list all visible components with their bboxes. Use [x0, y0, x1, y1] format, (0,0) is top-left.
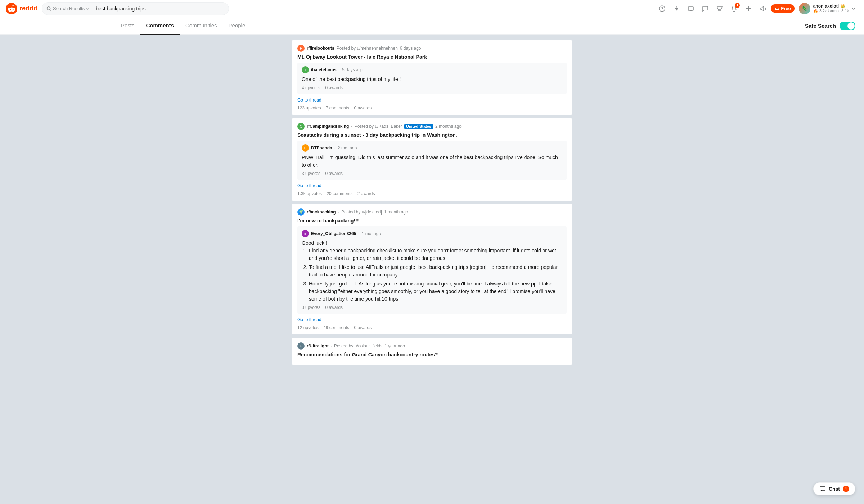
- add-button[interactable]: [742, 2, 755, 15]
- lightning-button[interactable]: [670, 2, 683, 15]
- post-meta-2: C r/CampingandHiking · Posted by u/Kads_…: [297, 123, 567, 130]
- question-button[interactable]: ?: [656, 2, 669, 15]
- logo[interactable]: reddit: [6, 3, 37, 14]
- comment-time-3: 1 mo. ago: [362, 231, 381, 236]
- comment-author-1[interactable]: ihatetetanus: [311, 67, 337, 72]
- time-ago-1: 6 days ago: [400, 46, 421, 51]
- comment-text-2: PNW Trail, I'm guessing. Did this last s…: [302, 154, 562, 169]
- subreddit-icon-4: U: [297, 342, 305, 350]
- plus-icon: [745, 5, 752, 12]
- subreddit-name-1[interactable]: r/firelookouts: [307, 46, 334, 51]
- crown-icon: [774, 6, 779, 11]
- comment-meta-2: D DTFpanda · 2 mo. ago: [302, 144, 562, 152]
- inbox-icon: [716, 5, 723, 12]
- comment-meta-1: I ihatetetanus · 5 days ago: [302, 66, 562, 73]
- subreddit-name-3[interactable]: r/backpacking: [307, 210, 336, 215]
- post-meta-4: U r/Ultralight · Posted by u/colour_fiel…: [297, 342, 567, 350]
- comment-author-3[interactable]: Every_Obligation8265: [311, 231, 356, 236]
- subreddit-icon-1: F: [297, 45, 305, 52]
- header: reddit Search Results ?: [0, 0, 864, 17]
- megaphone-icon: [760, 5, 766, 12]
- tv-button[interactable]: [684, 2, 697, 15]
- header-icons: ?: [656, 1, 858, 16]
- post-stats-3: 12 upvotes 49 comments 0 awards: [297, 325, 567, 330]
- subreddit-icon-3: 🌍: [297, 208, 305, 216]
- tab-people[interactable]: People: [223, 17, 251, 35]
- notification-button[interactable]: 1: [728, 2, 741, 15]
- user-menu-chevron-icon: [852, 8, 855, 10]
- comment-time-2: 2 mo. ago: [338, 145, 357, 150]
- karma-fire-icon: 🔥: [813, 9, 818, 13]
- tab-posts[interactable]: Posts: [115, 17, 140, 35]
- svg-marker-4: [675, 6, 678, 11]
- subreddit-name-2[interactable]: r/CampingandHiking: [307, 124, 349, 129]
- post-stats-1: 123 upvotes 7 comments 0 awards: [297, 105, 567, 111]
- comment-text-3: Good luck!! Find any generic backpacking…: [302, 239, 562, 303]
- time-ago-2: 2 months ago: [435, 124, 462, 129]
- search-input[interactable]: [96, 6, 224, 12]
- tab-communities[interactable]: Communities: [180, 17, 223, 35]
- comment-box-2: D DTFpanda · 2 mo. ago PNW Trail, I'm gu…: [297, 141, 567, 180]
- post-title-1: Mt. Ojibway Lookout Tower - Isle Royale …: [297, 54, 567, 60]
- chat-label: Chat: [829, 486, 840, 492]
- user-crown-icon: 👑: [840, 4, 845, 9]
- comment-time-1: 5 days ago: [342, 67, 363, 72]
- comment-list-item-3-1: Find any generic backpacking checklist t…: [309, 247, 562, 262]
- search-bar[interactable]: Search Results: [42, 2, 229, 15]
- posted-by-2: Posted by u/Kads_Baker: [355, 124, 402, 129]
- comment-avatar-3: E: [302, 230, 309, 237]
- free-badge-label: Free: [781, 6, 791, 11]
- tab-bar: Posts Comments Communities People Safe S…: [0, 17, 864, 35]
- comment-list-item-3-2: To find a trip, I like to use AllTrails …: [309, 264, 562, 279]
- result-card-2: C r/CampingandHiking · Posted by u/Kads_…: [292, 118, 572, 201]
- posted-by-3: Posted by u/[deleted]: [341, 210, 382, 215]
- reddit-wordmark: reddit: [19, 5, 37, 12]
- question-icon: ?: [659, 5, 665, 12]
- subreddit-name-4[interactable]: r/Ultralight: [307, 343, 329, 348]
- post-title-2: Seastacks during a sunset - 3 day backpa…: [297, 132, 567, 138]
- comment-avatar-1: I: [302, 66, 309, 73]
- comment-stats-1: 4 upvotes 0 awards: [302, 85, 562, 90]
- chat-bubble-button[interactable]: [699, 2, 712, 15]
- posted-by-1: Posted by u/mehnehnehnehneh: [337, 46, 398, 51]
- chat-bubble-icon: [702, 5, 708, 12]
- comment-stats-3: 3 upvotes 0 awards: [302, 305, 562, 310]
- post-stats-2: 1.3k upvotes 20 comments 2 awards: [297, 191, 567, 196]
- flag-badge-2: United States: [404, 124, 433, 129]
- go-to-thread-2[interactable]: Go to thread: [297, 183, 321, 188]
- username: anon-axolotl 👑: [813, 4, 849, 9]
- safe-search-label: Safe Search: [805, 23, 836, 29]
- result-card-4: U r/Ultralight · Posted by u/colour_fiel…: [292, 338, 572, 365]
- tab-comments[interactable]: Comments: [140, 17, 180, 35]
- comment-box-3: E Every_Obligation8265 · 1 mo. ago Good …: [297, 226, 567, 314]
- comment-stats-2: 3 upvotes 0 awards: [302, 171, 562, 176]
- svg-rect-5: [688, 7, 693, 10]
- post-title-3: I'm new to backpacking!!!: [297, 218, 567, 224]
- search-icon: [46, 6, 51, 11]
- comment-text-1: One of the best backpacking trips of my …: [302, 76, 562, 83]
- tv-icon: [688, 5, 694, 12]
- notification-badge: 1: [735, 3, 740, 8]
- svg-text:?: ?: [661, 6, 663, 11]
- post-meta-3: 🌍 r/backpacking · Posted by u/[deleted] …: [297, 208, 567, 216]
- inbox-button[interactable]: [713, 2, 726, 15]
- result-card-3: 🌍 r/backpacking · Posted by u/[deleted] …: [292, 204, 572, 334]
- search-source-selector[interactable]: Search Results: [46, 6, 93, 11]
- comment-avatar-2: D: [302, 144, 309, 152]
- megaphone-button[interactable]: [756, 2, 769, 15]
- comment-list-3: Find any generic backpacking checklist t…: [302, 247, 562, 303]
- comment-box-1: I ihatetetanus · 5 days ago One of the b…: [297, 63, 567, 94]
- karma-display: 🔥 3.2k karma 8.1k: [813, 9, 849, 13]
- comment-author-2[interactable]: DTFpanda: [311, 145, 332, 150]
- search-results: F r/firelookouts Posted by u/mehnehnehne…: [292, 35, 572, 374]
- chat-button[interactable]: Chat 1: [813, 482, 855, 495]
- go-to-thread-1[interactable]: Go to thread: [297, 98, 321, 103]
- user-menu[interactable]: 🦎 anon-axolotl 👑 🔥 3.2k karma 8.1k: [796, 1, 858, 16]
- go-to-thread-3[interactable]: Go to thread: [297, 317, 321, 322]
- time-ago-4: 1 year ago: [384, 343, 405, 348]
- avatar: 🦎: [799, 3, 810, 14]
- free-badge-button[interactable]: Free: [771, 4, 794, 13]
- lightning-icon: [673, 5, 680, 12]
- reddit-snoo-icon: [6, 3, 17, 14]
- safe-search-toggle[interactable]: [840, 22, 855, 30]
